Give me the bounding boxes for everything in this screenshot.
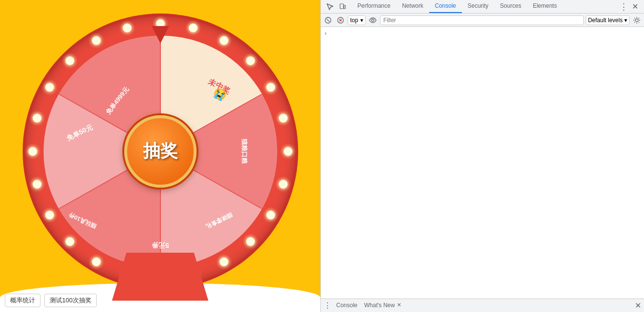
eye-button[interactable] (368, 15, 378, 26)
tab-sources[interactable]: Sources (494, 0, 527, 13)
bottom-tab-console[interactable]: Console (334, 299, 359, 312)
test-button[interactable]: 测试100次抽奖 (44, 294, 97, 307)
bottom-dots-button[interactable]: ⋮ (324, 301, 331, 310)
devtools-close-button[interactable]: ✕ (630, 2, 640, 11)
context-dropdown-icon: ▾ (360, 17, 363, 24)
tab-network[interactable]: Network (396, 0, 429, 13)
filter-input[interactable] (380, 15, 584, 25)
svg-point-14 (635, 19, 638, 22)
wheel-bulb (33, 114, 41, 122)
console-output[interactable]: › (321, 27, 644, 298)
left-panel: (function() { const container = document… (0, 0, 320, 312)
spin-button-label: 抽奖 (143, 139, 178, 163)
wheel-bulb (123, 24, 131, 32)
more-tabs-area: ⋮ ✕ (618, 1, 640, 12)
context-selector[interactable]: top ▾ (348, 15, 366, 25)
wheel-container: (function() { const container = document… (26, 16, 295, 286)
svg-point-13 (371, 19, 374, 21)
wheel-bulb (266, 211, 275, 219)
more-tabs-button[interactable]: ⋮ (618, 1, 630, 12)
wheel-bulb (220, 36, 228, 45)
wheel-bulb (246, 56, 255, 65)
spin-button[interactable]: 抽奖 (124, 115, 197, 188)
label-5yuan: 5元券 (151, 242, 169, 249)
console-chevron-icon: › (325, 30, 327, 37)
tab-elements[interactable]: Elements (527, 0, 563, 13)
bottom-buttons-area: 概率统计 测试100次抽奖 (5, 294, 97, 307)
tab-console[interactable]: Console (429, 0, 462, 13)
wheel-bulb (66, 237, 74, 246)
wheel-bulb (45, 211, 54, 219)
inspect-element-button[interactable] (325, 1, 335, 12)
default-levels-dropdown[interactable]: Default levels ▾ (586, 15, 630, 25)
settings-button[interactable] (631, 15, 642, 26)
default-levels-label: Default levels ▾ (588, 17, 627, 24)
devtools-bottombar: ⋮ Console What's New ✕ ✕ (321, 298, 644, 312)
label-cat-food: 猫粮口粮 (241, 138, 248, 164)
wheel-bulb (189, 24, 197, 32)
wheel-bulb (92, 258, 101, 266)
devtools-topbar: Performance Network Console Security Sou… (321, 0, 644, 14)
wheel-bulb (284, 147, 292, 156)
wheel-bulb (266, 83, 275, 92)
devtools-panel: Performance Network Console Security Sou… (320, 0, 644, 312)
bottom-whatsnew-label: What's New (364, 302, 395, 309)
wheel-pointer (152, 26, 169, 43)
console-prompt-line[interactable]: › (321, 29, 644, 38)
wheel-bulb (220, 258, 228, 266)
wheel-bulb (28, 147, 37, 156)
close-whats-new-button[interactable]: ✕ (397, 302, 401, 308)
tab-performance[interactable]: Performance (352, 0, 396, 13)
device-toggle-button[interactable] (337, 1, 348, 12)
clear-console-button[interactable] (323, 15, 333, 26)
context-value: top (350, 17, 358, 24)
devtools-tabs: Performance Network Console Security Sou… (352, 0, 616, 13)
close-all-button[interactable]: ✕ (635, 301, 641, 310)
wheel-bulb (33, 180, 41, 189)
wheel-stand (112, 253, 209, 301)
wheel-bulb (45, 83, 54, 92)
svg-rect-6 (340, 4, 343, 9)
wheel-bulb (92, 36, 101, 45)
console-toolbar: top ▾ Default levels ▾ (321, 14, 644, 27)
bottom-console-label: Console (336, 302, 357, 309)
probability-button[interactable]: 概率统计 (5, 294, 40, 307)
svg-rect-7 (344, 5, 345, 9)
tab-security[interactable]: Security (462, 0, 494, 13)
svg-line-9 (327, 19, 329, 22)
bottom-tab-whats-new[interactable]: What's New ✕ (362, 299, 403, 312)
stop-recording-button[interactable] (335, 15, 346, 26)
wheel-bulb (246, 237, 255, 246)
